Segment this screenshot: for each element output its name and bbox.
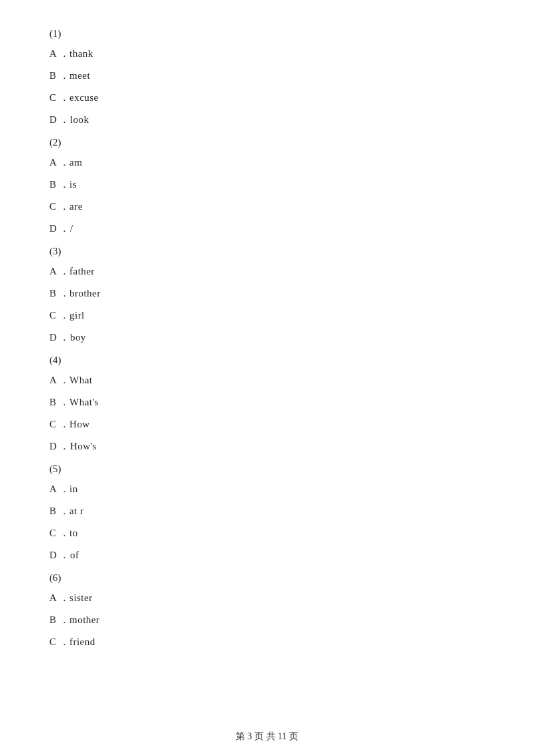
question-number-2: (2) <box>47 137 487 148</box>
question-number-4: (4) <box>47 355 487 366</box>
question-6-option-a: A ．sister <box>47 589 487 607</box>
question-number-5: (5) <box>47 463 487 475</box>
question-3-option-d: D ．boy <box>47 329 487 347</box>
question-6-option-c: C ．friend <box>47 633 487 651</box>
question-3-option-b: B ．brother <box>47 285 487 303</box>
question-2-option-c: C ．are <box>47 198 487 216</box>
question-2-option-a: A ．am <box>47 154 487 172</box>
footer-text: 第 3 页 共 11 页 <box>236 731 298 741</box>
question-5-option-a: A ．in <box>47 480 487 498</box>
question-5-option-c: C ．to <box>47 524 487 542</box>
question-5-option-b: B ．at r <box>47 502 487 520</box>
page-footer: 第 3 页 共 11 页 <box>0 731 534 743</box>
question-4-option-d: D ．How's <box>47 437 487 455</box>
question-4-option-a: A ．What <box>47 371 487 389</box>
question-2-option-d: D ．/ <box>47 220 487 238</box>
question-1-option-b: B ．meet <box>47 67 487 85</box>
question-6-option-b: B ．mother <box>47 611 487 629</box>
question-1-option-c: C ．excuse <box>47 89 487 107</box>
question-3-option-a: A ．father <box>47 262 487 280</box>
question-number-1: (1) <box>47 28 487 39</box>
question-number-3: (3) <box>47 246 487 257</box>
main-content: (1)A ．thankB ．meetC ．excuseD ．look(2)A ．… <box>0 0 534 695</box>
question-1-option-d: D ．look <box>47 111 487 129</box>
question-4-option-b: B ．What's <box>47 393 487 411</box>
question-2-option-b: B ．is <box>47 176 487 194</box>
question-3-option-c: C ．girl <box>47 307 487 325</box>
question-4-option-c: C ．How <box>47 415 487 433</box>
question-1-option-a: A ．thank <box>47 45 487 63</box>
question-number-6: (6) <box>47 572 487 584</box>
question-5-option-d: D ．of <box>47 546 487 564</box>
